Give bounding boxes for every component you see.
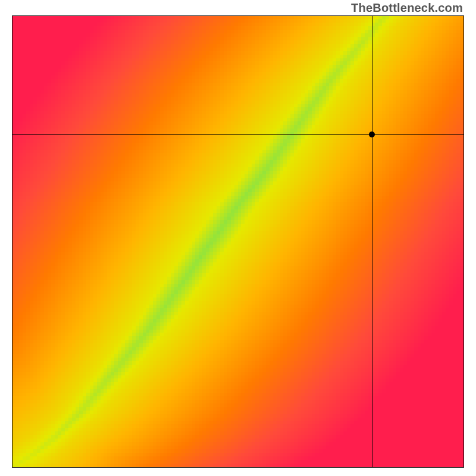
plot-frame	[12, 15, 464, 468]
watermark-text: TheBottleneck.com	[351, 1, 463, 15]
heatmap-canvas	[12, 16, 464, 467]
chart-container: TheBottleneck.com	[0, 0, 476, 476]
